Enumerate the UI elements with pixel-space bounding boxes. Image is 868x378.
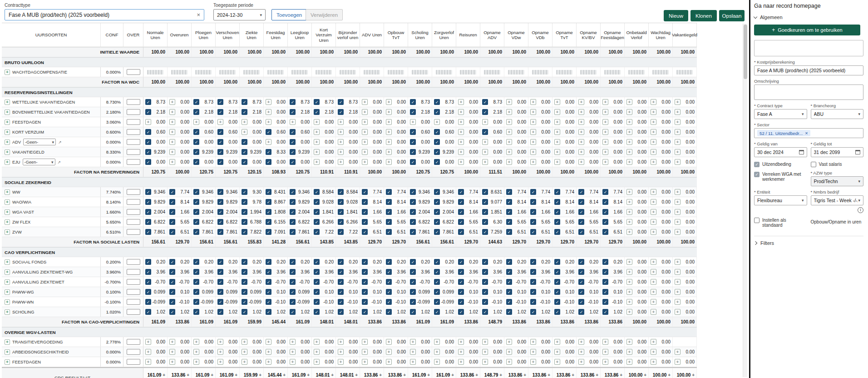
checkbox-plus-icon[interactable]: + [169,119,175,125]
checkbox-checked-icon[interactable]: ✓ [554,259,560,265]
checkbox-plus-icon[interactable]: + [242,339,247,345]
checkbox-plus-icon[interactable]: + [554,149,560,155]
checkbox-checked-icon[interactable]: ✓ [386,309,392,315]
checkbox-checked-icon[interactable]: ✓ [217,309,223,315]
checkbox-plus-icon[interactable]: + [626,229,632,235]
checkbox-checked-icon[interactable]: ✓ [386,219,392,225]
external-link-icon[interactable]: ↗ [58,140,62,144]
checkbox-checked-icon[interactable]: ✓ [506,289,512,295]
checkbox-checked-icon[interactable]: ✓ [434,159,440,165]
checkbox-checked-icon[interactable]: ✓ [338,269,344,275]
uitzendbeding-checkbox-row[interactable]: ✓ Uitzendbeding [754,162,807,167]
checkbox-plus-icon[interactable]: + [169,99,175,105]
checkbox-plus-icon[interactable]: + [506,159,512,165]
checkbox-checked-icon[interactable]: ✓ [314,99,320,105]
checkbox-checked-icon[interactable]: ✓ [169,229,175,235]
checkbox-plus-icon[interactable]: + [626,129,632,135]
checkbox-checked-icon[interactable]: ✓ [482,129,488,135]
checkbox-checked-icon[interactable]: ✓ [386,289,392,295]
checkbox-plus-icon[interactable]: + [530,129,536,135]
checkbox-plus-icon[interactable]: + [651,229,656,235]
checkbox-checked-icon[interactable]: ✓ [169,299,175,305]
checkbox-plus-icon[interactable]: + [193,359,199,365]
checkbox-plus-icon[interactable]: + [458,139,464,145]
checkbox-plus-icon[interactable]: + [145,339,151,345]
checkbox-plus-icon[interactable]: + [506,349,512,355]
checkbox-plus-icon[interactable]: + [554,129,560,135]
checkbox-checked-icon[interactable]: ✓ [145,209,151,215]
checkbox-checked-icon[interactable]: ✓ [434,199,440,205]
checkbox-plus-icon[interactable]: + [602,129,608,135]
opslaan-button[interactable]: Opslaan [719,10,745,21]
checkbox-checked-icon[interactable]: ✓ [506,259,512,265]
calendar-icon[interactable] [855,150,860,154]
checkbox-checked-icon[interactable]: ✓ [266,309,271,315]
checkbox-plus-icon[interactable]: + [554,119,560,125]
override-input[interactable] [127,219,140,225]
checkbox-checked-icon[interactable]: ✓ [290,189,296,195]
checkbox-checked-icon[interactable]: ✓ [410,289,416,295]
checkbox-plus-icon[interactable]: + [458,349,464,355]
checkbox-plus-icon[interactable]: + [675,279,681,285]
checkbox-checked-icon[interactable]: ✓ [410,159,416,165]
checkbox-checked-icon[interactable]: ✓ [266,189,271,195]
checkbox-plus-icon[interactable]: + [434,349,440,355]
checkbox-checked-icon[interactable]: ✓ [217,199,223,205]
checkbox-plus-icon[interactable]: + [626,199,632,205]
checkbox-plus-icon[interactable]: + [530,339,536,345]
checkbox-checked-icon[interactable]: ✓ [554,209,560,215]
checkbox-plus-icon[interactable]: + [675,299,681,305]
checkbox-plus-icon[interactable]: + [242,359,247,365]
checkbox-plus-icon[interactable]: + [362,99,368,105]
checkbox-checked-icon[interactable]: ✓ [242,229,247,235]
checkbox-checked-icon[interactable]: ✓ [554,279,560,285]
checkbox-checked-icon[interactable]: ✓ [602,279,608,285]
checkbox-checked-icon[interactable]: ✓ [386,209,392,215]
checkbox-checked-icon[interactable]: ✓ [169,289,175,295]
checkbox-plus-icon[interactable]: + [362,339,368,345]
checkbox-checked-icon[interactable]: ✓ [362,279,368,285]
checkbox-checked-icon[interactable]: ✓ [362,229,368,235]
checkbox-plus-icon[interactable]: + [675,189,681,195]
checkbox-checked-icon[interactable]: ✓ [434,109,440,115]
checkbox-plus-icon[interactable]: + [675,159,681,165]
checkbox-checked-icon[interactable]: ✓ [145,269,151,275]
notes-field[interactable] [754,40,863,56]
checkbox-checked-icon[interactable]: ✓ [145,299,151,305]
expand-row-icon[interactable]: + [5,149,10,155]
checkbox-plus-icon[interactable]: + [362,159,368,165]
checkbox-plus-icon[interactable]: + [554,159,560,165]
checkbox-checked-icon[interactable]: ✓ [410,219,416,225]
checkbox-plus-icon[interactable]: + [530,119,536,125]
expand-row-icon[interactable]: + [5,359,10,365]
checkbox-plus-icon[interactable]: + [675,219,681,225]
chip-remove-icon[interactable]: × [805,130,808,136]
checkbox-plus-icon[interactable]: + [651,139,656,145]
checkbox-checked-icon[interactable]: ✓ [482,259,488,265]
checkbox-plus-icon[interactable]: + [651,99,656,105]
checkbox-checked-icon[interactable]: ✓ [458,209,464,215]
checkbox-checked-icon[interactable]: ✓ [290,99,296,105]
uitzendbeding-checkbox[interactable]: ✓ [754,162,760,167]
checkbox-plus-icon[interactable]: + [242,119,247,125]
checkbox-plus-icon[interactable]: + [362,149,368,155]
checkbox-plus-icon[interactable]: + [675,99,681,105]
checkbox-plus-icon[interactable]: + [530,349,536,355]
checkbox-checked-icon[interactable]: ✓ [217,229,223,235]
checkbox-checked-icon[interactable]: ✓ [242,149,247,155]
checkbox-checked-icon[interactable]: ✓ [554,289,560,295]
checkbox-checked-icon[interactable]: ✓ [193,269,199,275]
checkbox-checked-icon[interactable]: ✓ [506,189,512,195]
checkbox-plus-icon[interactable]: + [651,159,656,165]
checkbox-checked-icon[interactable]: ✓ [410,199,416,205]
checkbox-checked-icon[interactable]: ✓ [578,209,584,215]
checkbox-plus-icon[interactable]: + [651,189,656,195]
checkbox-checked-icon[interactable]: ✓ [410,129,416,135]
checkbox-checked-icon[interactable]: ✓ [434,279,440,285]
override-input[interactable] [127,119,140,125]
checkbox-checked-icon[interactable]: ✓ [193,279,199,285]
checkbox-checked-icon[interactable]: ✓ [217,209,223,215]
checkbox-plus-icon[interactable]: + [530,359,536,365]
expand-row-icon[interactable]: + [5,339,10,345]
checkbox-checked-icon[interactable]: ✓ [506,209,512,215]
